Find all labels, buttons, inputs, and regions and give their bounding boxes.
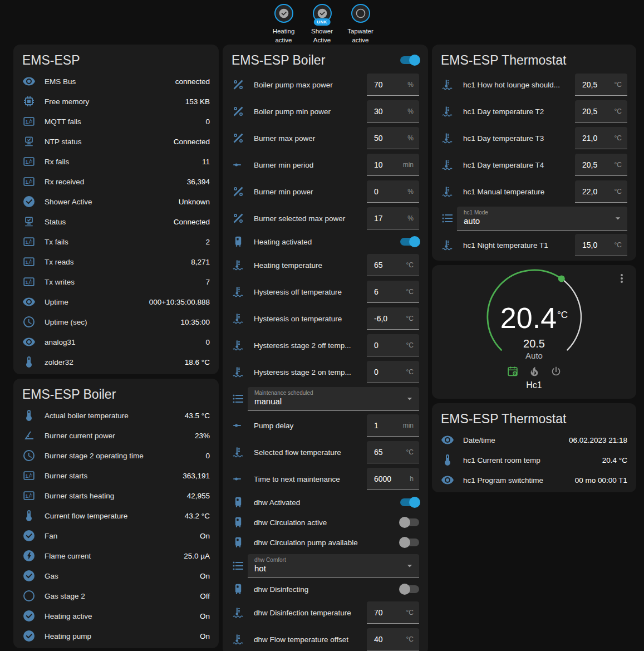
number-input[interactable]: 6000h — [367, 468, 419, 490]
percent-icon — [232, 185, 245, 198]
eye-icon — [441, 433, 454, 447]
entity-row[interactable]: 12Rx fails11 — [13, 151, 219, 172]
number-input[interactable]: 0°C — [367, 334, 419, 356]
entity-row[interactable]: Flame current25.0 µA — [13, 546, 219, 566]
entity-row[interactable]: analog310 — [13, 332, 219, 352]
entity-row[interactable]: Uptime (sec)10:35:00 — [13, 312, 219, 332]
more-options-button[interactable] — [615, 272, 628, 285]
entity-row[interactable]: 12Burner starts heating42,955 — [13, 486, 219, 506]
select-input[interactable]: hc1 Modeauto — [457, 207, 627, 231]
toggle-switch[interactable] — [400, 238, 419, 246]
entity-row[interactable]: Actual boiler temperature43.5 °C — [13, 405, 219, 425]
counter-icon: 12 — [22, 155, 36, 168]
number-unit: % — [407, 214, 414, 222]
number-value: 20,5 — [582, 160, 597, 169]
entity-row[interactable]: 12Tx fails2 — [13, 232, 219, 252]
number-input[interactable]: 70% — [367, 74, 419, 96]
number-input[interactable]: 15,0°C — [575, 234, 627, 256]
entity-row[interactable]: hc1 Current room temp20.4 °C — [432, 450, 636, 470]
entity-row[interactable]: Free memory153 KB — [13, 91, 219, 111]
number-input[interactable]: 30% — [367, 100, 419, 123]
entity-row[interactable]: Heating pumpOn — [13, 626, 219, 646]
number-input[interactable]: 22,0°C — [575, 180, 627, 203]
number-input[interactable]: 10min — [367, 154, 419, 176]
svg-text:2: 2 — [31, 180, 33, 184]
number-input[interactable]: 50% — [367, 127, 419, 149]
toggle-switch[interactable] — [400, 498, 419, 506]
toggle-knob — [409, 236, 420, 247]
entity-row[interactable]: NTP statusConnected — [13, 131, 219, 151]
badge-circle[interactable] — [274, 4, 293, 23]
entity-row[interactable]: EMS Busconnected — [13, 71, 219, 91]
number-input[interactable]: 20,5°C — [575, 154, 627, 176]
number-input[interactable]: 17% — [367, 207, 419, 229]
thermostat-dial[interactable]: 20.4°C 20.5 Auto — [485, 267, 584, 366]
entity-row[interactable]: zolder3218.6 °C — [13, 352, 219, 372]
ray-vertex-icon — [232, 158, 245, 172]
eye-icon — [22, 295, 36, 309]
entity-label: Boiler pump min power — [254, 107, 367, 116]
number-input[interactable]: -6,0°C — [367, 307, 419, 330]
entity-label: Fan — [45, 532, 194, 540]
number-input[interactable]: 0°C — [367, 361, 419, 383]
entity-row[interactable]: Date/time06.02.2023 21:18 — [432, 430, 636, 450]
entity-value: 10:35:00 — [180, 318, 210, 326]
entity-row[interactable]: Burner stage 2 operating time0 — [13, 446, 219, 466]
select-value: auto — [464, 216, 608, 226]
toggle-switch[interactable] — [400, 518, 419, 526]
entity-row[interactable]: hc1 Program switchtime00 mo 00:00 T1 — [432, 470, 636, 490]
number-input[interactable]: 21,0°C — [575, 127, 627, 149]
number-input[interactable]: 40°C — [367, 628, 419, 650]
card-header-toggle[interactable] — [400, 56, 419, 64]
select-input[interactable]: Maintenance scheduledmanual — [248, 387, 419, 411]
svg-text:1: 1 — [25, 473, 28, 479]
water-boiler-icon — [232, 235, 245, 248]
entity-label: hc1 Day temperature T3 — [463, 134, 575, 143]
power-icon[interactable] — [550, 365, 562, 378]
badge-circle[interactable]: UNK — [313, 4, 332, 23]
entity-row[interactable]: StatusConnected — [13, 212, 219, 232]
coolant-temperature-icon — [232, 365, 245, 379]
entity-row[interactable]: 12MQTT fails0 — [13, 111, 219, 131]
entity-row[interactable]: Gas stage 2Off — [13, 586, 219, 606]
badge-circle[interactable] — [351, 4, 370, 23]
number-input[interactable]: 20,5°C — [575, 74, 627, 96]
number-input[interactable]: 0% — [367, 180, 419, 203]
eye-icon — [22, 75, 36, 88]
toggle-switch[interactable] — [400, 539, 419, 546]
status-badge[interactable]: Heatingactive — [268, 4, 300, 45]
counter-icon: 12 — [22, 489, 36, 502]
current-temperature: 20.4 — [500, 302, 557, 334]
status-badge[interactable]: UNKShowerActive — [306, 4, 338, 45]
entity-row[interactable]: 12Rx received36,394 — [13, 172, 219, 192]
entity-row[interactable]: FanOn — [13, 526, 219, 546]
number-input[interactable]: 70°C — [367, 601, 419, 624]
entity-row[interactable]: 12Tx writes7 — [13, 272, 219, 292]
fire-icon[interactable] — [528, 365, 540, 378]
entity-label: Burner starts heating — [45, 492, 181, 500]
coolant-temperature-icon — [232, 606, 245, 619]
entity-row[interactable]: Shower ActiveUnknown — [13, 192, 219, 212]
select-input[interactable]: dhw Comforthot — [248, 554, 419, 578]
toggle-switch[interactable] — [400, 585, 419, 593]
entity-label: Hysteresis stage 2 on temp... — [254, 368, 367, 376]
entity-row[interactable]: Current flow temperature43.2 °C — [13, 506, 219, 526]
entity-row[interactable]: Burner current power23% — [13, 425, 219, 446]
number-value: 40 — [374, 635, 383, 644]
number-input[interactable]: 65°C — [367, 254, 419, 276]
entity-row[interactable]: Uptime000+10:35:00.888 — [13, 292, 219, 312]
coolant-temperature-icon — [232, 446, 245, 459]
dial-readout: 20.4°C 20.5 Auto — [485, 267, 584, 366]
number-input[interactable]: 6°C — [367, 281, 419, 303]
calendar-clock-icon[interactable] — [507, 365, 519, 378]
number-input[interactable]: 1min — [367, 414, 419, 437]
list-icon — [232, 559, 245, 572]
entity-row[interactable]: GasOn — [13, 566, 219, 586]
entity-row[interactable]: Heating activeOn — [13, 606, 219, 626]
entity-row[interactable]: 12Burner starts363,191 — [13, 466, 219, 486]
status-badge[interactable]: Tapwateractive — [345, 4, 377, 45]
check-circle-icon — [317, 8, 328, 19]
number-input[interactable]: 20,5°C — [575, 100, 627, 123]
entity-row[interactable]: 12Tx reads8,271 — [13, 252, 219, 272]
number-input[interactable]: 65°C — [367, 441, 419, 463]
